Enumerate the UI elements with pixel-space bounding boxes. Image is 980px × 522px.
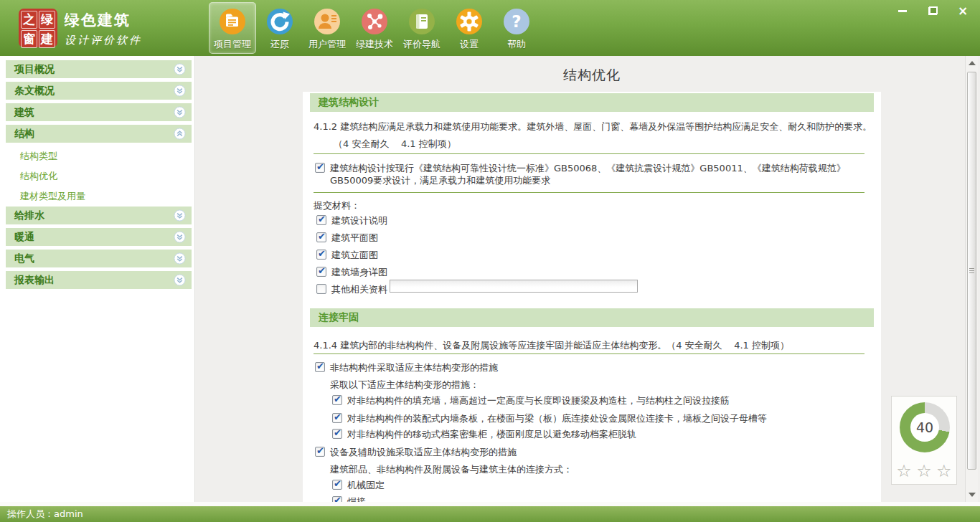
scroll-up-icon[interactable]	[969, 61, 976, 65]
sub-measure-row: 对非结构构件的移动式档案密集柜，楼面刚度足以避免移动档案柜脱轨	[332, 428, 870, 440]
star-icon: ☆	[936, 462, 952, 480]
chevron-down-icon	[174, 252, 186, 265]
checkbox[interactable]	[332, 413, 342, 423]
logo-char: 窗	[21, 30, 37, 48]
materials-label: 提交材料：	[314, 199, 360, 212]
close-icon: ×	[958, 6, 968, 16]
checkbox[interactable]	[316, 267, 326, 277]
user-icon	[314, 8, 341, 35]
sub-group-label: 建筑部品、非结构构件及附属设备与建筑主体的连接方式：	[330, 463, 573, 476]
sub-measure-row: 对非结构构件的装配式内墙条板，在楼面与梁（板）底连接处设金属限位连接卡，墙板之间…	[332, 412, 870, 424]
vertical-scrollbar[interactable]	[965, 56, 978, 502]
section-title: 建筑结构设计	[319, 96, 379, 109]
measure-group-row: 设备及辅助设施采取适应主体结构变形的措施	[315, 446, 517, 458]
checkbox[interactable]	[315, 163, 325, 173]
sidebar-item-water-supply[interactable]: 给排水	[6, 207, 192, 224]
sidebar-item-structure-type[interactable]: 结构类型	[0, 146, 194, 166]
sidebar-item-label: 建筑	[14, 106, 34, 119]
checkbox[interactable]	[332, 480, 342, 490]
sidebar-item-label: 结构	[14, 128, 34, 141]
toolbar-button-label: 项目管理	[214, 38, 251, 51]
sidebar-item-report-output[interactable]: 报表输出	[6, 271, 192, 289]
sidebar-item-label: 给排水	[14, 209, 44, 222]
scrollbar-thumb[interactable]	[967, 72, 976, 470]
scroll-down-icon[interactable]	[969, 493, 976, 497]
toolbar-button-eval-navigation[interactable]: 评价导航	[398, 2, 446, 54]
toolbar-button-user-management[interactable]: 用户管理	[303, 2, 351, 54]
checkbox[interactable]	[332, 429, 342, 439]
checkbox-label: 建筑结构设计按现行《建筑结构可靠性设计统一标准》GB50068、《建筑抗震设计规…	[330, 162, 867, 186]
score-panel: 40 ☆ ☆ ☆	[891, 396, 957, 485]
sidebar-item-hvac[interactable]: 暖通	[6, 228, 192, 246]
sidebar-item-structure[interactable]: 结构	[6, 125, 192, 143]
checkbox-label: 对非结构构件的填充墙，墙高超过一定高度与长度即设腰梁及构造柱，与结构柱之间设拉接…	[347, 394, 730, 407]
section-header-building-structure-design: 建筑结构设计	[310, 93, 874, 112]
sidebar-subitem-label: 建材类型及用量	[20, 190, 85, 203]
app-header: 之 绿 窗 建 绿色建筑 设计评价软件 项目管理 还原	[0, 0, 980, 56]
sidebar-subitem-label: 结构优化	[20, 170, 57, 183]
checkbox-label: 非结构构件采取适应主体结构变形的措施	[330, 361, 498, 374]
material-row: 建筑平面图	[316, 232, 378, 244]
operator-label: 操作人员：admin	[7, 508, 83, 521]
checkbox-label: 对非结构构件的移动式档案密集柜，楼面刚度足以避免移动档案柜脱轨	[347, 428, 636, 440]
toolbar-button-label: 还原	[270, 38, 289, 51]
measure-group-row: 非结构构件采取适应主体结构变形的措施	[315, 361, 498, 374]
checkbox[interactable]	[316, 284, 326, 294]
sidebar-item-clause-overview[interactable]: 条文概况	[6, 82, 192, 100]
app-title: 绿色建筑	[65, 10, 142, 30]
checkbox[interactable]	[316, 215, 326, 225]
sidebar-item-label: 电气	[14, 252, 34, 265]
logo-char: 绿	[39, 11, 55, 29]
score-value: 40	[910, 413, 939, 442]
toolbar-button-label: 评价导航	[403, 38, 440, 51]
checkbox-label: 建筑设计说明	[331, 214, 387, 227]
star-icon: ☆	[896, 462, 912, 480]
toolbar-button-label: 帮助	[507, 38, 526, 51]
sidebar-item-architecture[interactable]: 建筑	[6, 103, 192, 121]
toolbar-button-green-tech[interactable]: 绿建技术	[351, 2, 398, 54]
scrollbar-grip	[969, 268, 974, 275]
toolbar-button-project-management[interactable]: 项目管理	[209, 2, 256, 54]
section-title: 连接牢固	[319, 311, 359, 324]
folder-icon	[219, 8, 246, 35]
checkbox-label: 建筑墙身详图	[331, 266, 387, 278]
content-panel: 建筑结构设计 4.1.2 建筑结构应满足承载力和建筑使用功能要求。建筑外墙、屋面…	[303, 92, 881, 502]
sidebar: 项目概况 条文概况 建筑 结构 结构类型 结构优化 建材类型及用量 给排水 暖通…	[0, 56, 195, 502]
sidebar-item-project-overview[interactable]: 项目概况	[6, 60, 192, 78]
other-materials-input[interactable]	[390, 280, 638, 293]
toolbar: 项目管理 还原 用户管理	[209, 2, 540, 54]
toolbar-button-label: 绿建技术	[356, 38, 393, 51]
sidebar-item-material-type-usage[interactable]: 建材类型及用量	[0, 186, 194, 207]
checkbox[interactable]	[315, 362, 325, 372]
divider	[314, 353, 864, 354]
app-subtitle: 设计评价软件	[65, 34, 142, 47]
question-icon: ?	[503, 8, 530, 35]
star-icon: ☆	[916, 462, 932, 480]
checkbox-label: 建筑立面图	[331, 249, 378, 261]
sidebar-item-electrical[interactable]: 电气	[6, 250, 192, 267]
sidebar-item-structure-optimization[interactable]: 结构优化	[0, 166, 194, 186]
minimize-button[interactable]	[897, 6, 908, 16]
toolbar-button-settings[interactable]: 设置	[446, 2, 493, 54]
gear-icon	[456, 8, 483, 35]
material-row: 建筑墙身详图	[316, 266, 387, 278]
checkbox[interactable]	[332, 395, 342, 405]
chevron-down-icon	[174, 209, 186, 222]
window-controls: ×	[897, 6, 969, 16]
sidebar-item-label: 暖通	[14, 231, 34, 244]
toolbar-button-restore[interactable]: 还原	[256, 2, 303, 54]
close-button[interactable]: ×	[957, 6, 969, 16]
star-rating: ☆ ☆ ☆	[892, 462, 956, 480]
clause-tag: （4 安全耐久 4.1 控制项）	[334, 138, 456, 151]
toolbar-button-help[interactable]: ? 帮助	[493, 2, 540, 54]
restore-icon	[929, 7, 937, 14]
checkbox[interactable]	[316, 232, 326, 242]
checkbox[interactable]	[316, 250, 326, 260]
checkbox-label: 机械固定	[347, 479, 385, 491]
toolbar-button-label: 设置	[460, 38, 479, 51]
toolbar-button-label: 用户管理	[308, 38, 346, 51]
chevron-down-icon	[174, 85, 186, 97]
checkbox[interactable]	[315, 447, 325, 457]
sub-group-label: 采取以下适应主体结构变形的措施：	[330, 379, 479, 392]
restore-button[interactable]	[927, 6, 938, 16]
